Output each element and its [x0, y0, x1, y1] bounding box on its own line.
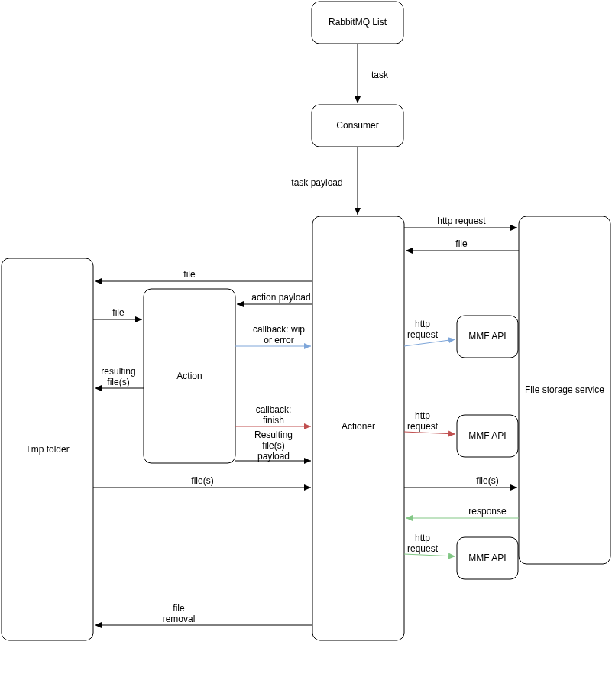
edge-resulting-files-label-1: resulting [101, 366, 135, 377]
node-file-storage-label: File storage service [525, 384, 604, 395]
edge-file-tmp-to-action-label: file [112, 307, 125, 318]
edge-file-removal-label-2: removal [163, 614, 196, 624]
edge-http-mmf3 [404, 554, 455, 556]
node-action-label: Action [176, 371, 202, 381]
edge-files-tmp-to-actioner-label: file(s) [191, 475, 213, 486]
node-actioner-label: Actioner [342, 421, 375, 432]
edge-files-to-fs-label: file(s) [476, 475, 498, 486]
edge-callback-finish-label-1: callback: [256, 404, 292, 415]
edge-response-label: response [468, 506, 507, 517]
edge-http-mmf2-label-2: request [407, 421, 439, 432]
edge-callback-wip-label-1: callback: wip [253, 324, 305, 335]
edge-callback-finish-label-2: finish [263, 415, 284, 426]
edge-action-payload-label: action payload [251, 292, 310, 303]
node-rabbitmq-label: RabbitMQ List [329, 17, 387, 28]
edge-file-from-fs-label: file [455, 238, 468, 249]
edge-file-to-tmp-label: file [183, 269, 196, 280]
edge-http-mmf1-label-2: request [407, 329, 439, 340]
edge-http-request-fs-label: http request [437, 216, 486, 226]
edge-task-label: task [371, 70, 389, 80]
edge-resulting-payload-label-1: Resulting [254, 429, 293, 440]
node-mmf-api-1-label: MMF API [468, 331, 506, 342]
edge-task-payload-label: task payload [291, 177, 342, 188]
edge-resulting-files-label-2: file(s) [107, 377, 129, 387]
edge-resulting-payload-label-3: payload [257, 451, 290, 462]
edge-file-removal-label-1: file [173, 603, 185, 614]
edge-http-mmf1 [404, 339, 455, 346]
node-mmf-api-2-label: MMF API [468, 430, 506, 441]
edge-http-mmf1-label-1: http [415, 319, 430, 329]
edge-http-mmf3-label-2: request [407, 543, 439, 554]
node-tmp-folder-label: Tmp folder [25, 444, 69, 455]
edge-http-mmf3-label-1: http [415, 533, 430, 543]
node-consumer-label: Consumer [336, 120, 378, 131]
edge-resulting-payload-label-2: file(s) [262, 440, 284, 451]
edge-callback-wip-label-2: or error [264, 335, 293, 345]
edge-http-mmf2-label-1: http [415, 410, 430, 421]
node-mmf-api-3-label: MMF API [468, 553, 506, 563]
edge-http-mmf2 [404, 432, 455, 434]
